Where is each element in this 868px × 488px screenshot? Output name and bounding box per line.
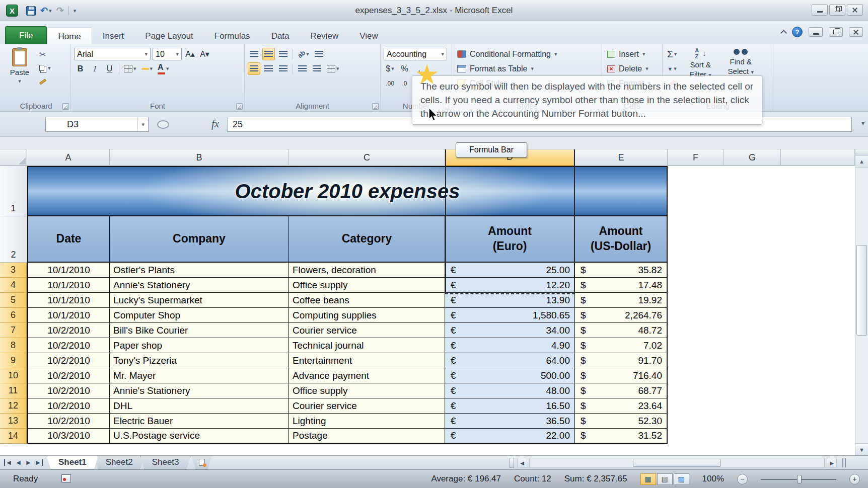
tab-view[interactable]: View [349,28,389,44]
close-button[interactable] [847,4,863,16]
cell-G13[interactable] [724,414,781,429]
row-header-10[interactable]: 10 [0,368,27,383]
cell-D9[interactable]: €64.00 [445,353,575,368]
cell-B11[interactable]: Annie's Stationery [110,383,289,398]
cell-G7[interactable] [724,323,781,338]
last-sheet-button[interactable]: ▶ [34,459,43,466]
wrap-text-button[interactable] [313,48,325,60]
previous-sheet-button[interactable]: ◀ [14,459,23,466]
cell-B5[interactable]: Lucky's Supermarket [110,293,289,308]
zoom-in-button[interactable]: + [849,474,860,484]
increase-decimal-button[interactable]: .00 [384,77,396,90]
insert-function-button[interactable]: fx [211,118,219,130]
cell-A3[interactable]: 10/1/2010 [27,263,110,278]
column-header-F[interactable]: F [668,149,724,166]
font-size-dropdown-icon[interactable]: ▾ [176,51,179,57]
tab-file[interactable]: File [5,26,47,44]
bold-button[interactable]: B [74,62,87,75]
cell-B14[interactable]: U.S.Postage service [110,429,289,444]
delete-cells-button[interactable]: ×Delete▾ [605,62,650,75]
table-header-E2[interactable]: Amount (US-Dollar) [575,216,668,263]
cell-C11[interactable]: Office supply [289,383,445,398]
align-left-button[interactable] [248,62,260,75]
tab-formulas[interactable]: Formulas [204,28,261,44]
increase-indent-button[interactable] [311,62,323,75]
cell-A13[interactable]: 10/2/2010 [27,414,110,429]
cell-A7[interactable]: 10/2/2010 [27,323,110,338]
row-header-11[interactable]: 11 [0,383,27,398]
align-right-button[interactable] [277,62,290,75]
cell-F5[interactable] [668,293,724,308]
tab-scroll-split[interactable] [510,458,514,468]
cell-A11[interactable]: 10/2/2010 [27,383,110,398]
column-header-C[interactable]: C [289,149,445,166]
zoom-slider[interactable] [761,474,836,484]
page-layout-view-button[interactable]: ▤ [657,473,673,485]
cell-D11[interactable]: €48.00 [445,383,575,398]
cell-D3[interactable]: €25.00 [445,263,575,278]
cell-B6[interactable]: Computer Shop [110,308,289,323]
copy-button[interactable]: ▾ [38,62,52,74]
cell-E12[interactable]: $23.64 [575,398,668,414]
align-center-button[interactable] [262,62,275,75]
cell-C14[interactable]: Postage [289,429,445,444]
cell-B8[interactable]: Paper shop [110,338,289,353]
cell-D4[interactable]: €12.20 [445,278,575,293]
font-name-combo[interactable]: Arial▾ [74,48,151,60]
row-header-7[interactable]: 7 [0,323,27,338]
name-box-dropdown[interactable]: ▾ [137,117,148,131]
cell-E11[interactable]: $68.77 [575,383,668,398]
row-header-2[interactable]: 2 [0,216,27,263]
cell-A5[interactable]: 10/1/2010 [27,293,110,308]
autosum-button[interactable]: Σ▾ [666,48,678,60]
cell-A4[interactable]: 10/1/2010 [27,278,110,293]
scroll-up-button[interactable]: ▲ [855,155,868,168]
cell-C6[interactable]: Computing supplies [289,308,445,323]
insert-cells-button[interactable]: Insert▾ [605,47,647,61]
next-sheet-button[interactable]: ▶ [24,459,33,466]
workbook-restore-button[interactable] [829,27,843,37]
tab-review[interactable]: Review [300,28,349,44]
italic-button[interactable]: I [89,62,101,75]
vertical-scroll-thumb[interactable] [856,245,867,336]
insert-worksheet-button[interactable] [192,456,212,469]
format-as-table-button[interactable]: Format as Table▾ [455,62,536,75]
copy-dropdown-icon[interactable]: ▾ [48,65,51,71]
workbook-minimize-button[interactable] [809,27,823,37]
sheet-title-cell[interactable]: October 2010 expenses [27,166,668,216]
cell-G5[interactable] [724,293,781,308]
row-header-5[interactable]: 5 [0,293,27,308]
minimize-button[interactable] [812,4,828,16]
cell-G3[interactable] [724,263,781,278]
cell-G4[interactable] [724,278,781,293]
row-header-9[interactable]: 9 [0,353,27,368]
number-format-dropdown-icon[interactable]: ▾ [441,51,444,57]
cell-F13[interactable] [668,414,724,429]
cell-G10[interactable] [724,368,781,383]
row-header-13[interactable]: 13 [0,414,27,429]
hscroll-left-button[interactable]: ◀ [517,458,527,468]
cell-D13[interactable]: €36.50 [445,414,575,429]
format-painter-button[interactable] [38,75,52,88]
cell-A12[interactable]: 10/2/2010 [27,398,110,414]
tab-home[interactable]: Home [47,28,92,44]
cell-C8[interactable]: Technical journal [289,338,445,353]
tab-insert[interactable]: Insert [92,28,135,44]
name-box[interactable]: D3 ▾ [45,117,149,132]
row-header-1[interactable]: 1 [0,166,27,216]
fill-button[interactable]: ▼▾ [666,62,678,75]
cell-C4[interactable]: Office supply [289,278,445,293]
cell-F1[interactable] [668,166,724,216]
cell-A14[interactable]: 10/3/2010 [27,429,110,444]
cell-D12[interactable]: €16.50 [445,398,575,414]
borders-dropdown-icon[interactable]: ▾ [133,65,136,72]
cell-F9[interactable] [668,353,724,368]
tab-data[interactable]: Data [261,28,300,44]
cell-G1[interactable] [724,166,781,216]
cell-D5[interactable]: €13.90 [445,293,575,308]
cell-E14[interactable]: $31.52 [575,429,668,444]
percent-style-button[interactable]: % [398,62,411,75]
table-header-D2[interactable]: Amount (Euro) [445,216,575,263]
conditional-formatting-button[interactable]: Conditional Formatting▾ [455,47,559,61]
normal-view-button[interactable]: ▦ [640,473,656,485]
